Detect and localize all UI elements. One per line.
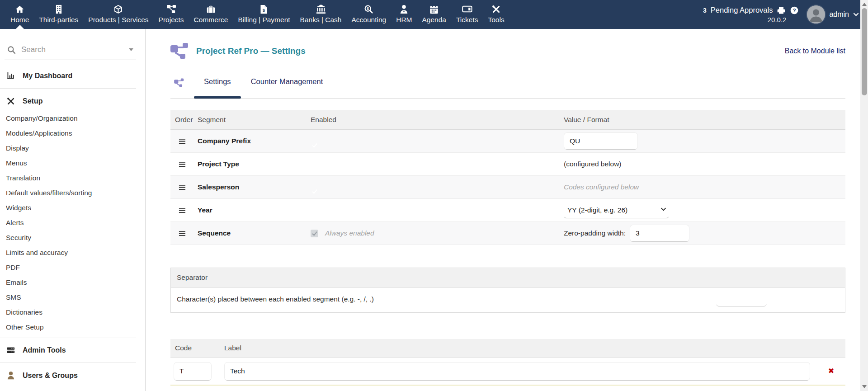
main-content: Project Ref Pro — Settings Back to Modul… bbox=[146, 29, 868, 391]
sidebar-item-users-groups[interactable]: Users & Groups bbox=[0, 366, 145, 385]
tab-settings[interactable]: Settings bbox=[194, 70, 241, 99]
separator-input[interactable] bbox=[716, 292, 767, 306]
sidebar-item-modules-applications[interactable]: Modules/Applications bbox=[0, 126, 145, 141]
sidebar-item-setup[interactable]: Setup bbox=[0, 92, 145, 111]
topnav-item-commerce[interactable]: Commerce bbox=[189, 0, 233, 29]
topnav-item-tools[interactable]: Tools bbox=[483, 0, 509, 29]
username: admin bbox=[829, 10, 849, 19]
topnav-item-third-parties[interactable]: Third-parties bbox=[34, 0, 83, 29]
main-menu: Home Third-parties Products | Services P… bbox=[5, 0, 509, 29]
label-input[interactable] bbox=[224, 362, 810, 381]
sidebar-item-admin-tools[interactable]: Admin Tools bbox=[0, 341, 145, 359]
drag-handle-icon[interactable] bbox=[179, 138, 198, 144]
user-menu[interactable]: admin bbox=[807, 5, 859, 24]
search-icon bbox=[7, 46, 16, 54]
tab-counter-management[interactable]: Counter Management bbox=[241, 70, 333, 99]
sidebar-item-translation[interactable]: Translation bbox=[0, 170, 145, 185]
vertical-scrollbar[interactable] bbox=[860, 0, 868, 391]
module-icon bbox=[170, 42, 189, 59]
chevron-down-icon bbox=[853, 12, 859, 17]
sidebar-item-widgets[interactable]: Widgets bbox=[0, 200, 145, 215]
module-tab-icon bbox=[174, 78, 184, 87]
sidebar-item-dictionaries[interactable]: Dictionaries bbox=[0, 305, 145, 320]
sidebar-item-limits-accuracy[interactable]: Limits and accuracy bbox=[0, 245, 145, 260]
topnav-item-agenda[interactable]: Agenda bbox=[417, 0, 451, 29]
search-caret-icon[interactable] bbox=[129, 48, 133, 51]
setup-menu: Company/Organization Modules/Application… bbox=[0, 111, 145, 334]
sidebar-item-alerts[interactable]: Alerts bbox=[0, 215, 145, 230]
sidebar-item-display[interactable]: Display bbox=[0, 141, 145, 155]
topnav-item-tickets[interactable]: Tickets bbox=[451, 0, 483, 29]
divider bbox=[0, 338, 136, 338]
zero-padding-input[interactable] bbox=[630, 225, 689, 242]
pending-approvals-link[interactable]: Pending Approvals bbox=[711, 6, 773, 14]
printer-icon[interactable] bbox=[777, 6, 786, 15]
always-enabled-note: Always enabled bbox=[325, 229, 374, 237]
table-row-salesperson: Salesperson Codes configured below bbox=[170, 176, 845, 199]
sidebar-item-emails[interactable]: Emails bbox=[0, 275, 145, 290]
sidebar-item-menus[interactable]: Menus bbox=[0, 155, 145, 170]
segments-table-header: Order Segment Enabled Value / Format bbox=[170, 110, 845, 130]
topnav-label: Banks | Cash bbox=[300, 16, 342, 24]
value-note: (configured below) bbox=[564, 160, 622, 168]
top-navbar: Home Third-parties Products | Services P… bbox=[0, 0, 868, 29]
drag-handle-icon[interactable] bbox=[179, 184, 198, 190]
delete-row-icon[interactable]: ✖ bbox=[817, 367, 845, 375]
sidebar-item-company-organization[interactable]: Company/Organization bbox=[0, 111, 145, 126]
topnav-label: Tickets bbox=[456, 16, 478, 24]
table-row-company-prefix: Company Prefix bbox=[170, 130, 845, 153]
sidebar-item-sms[interactable]: SMS bbox=[0, 290, 145, 305]
topnav-item-home[interactable]: Home bbox=[5, 0, 34, 29]
topnav-item-billing-payment[interactable]: $ Billing | Payment bbox=[233, 0, 295, 29]
user-icon bbox=[6, 371, 16, 380]
segment-name: Company Prefix bbox=[198, 137, 311, 145]
topnav-item-banks-cash[interactable]: Banks | Cash bbox=[295, 0, 347, 29]
value-note: Codes configured below bbox=[564, 183, 639, 191]
help-icon[interactable]: ? bbox=[790, 6, 799, 15]
topnav-label: Accounting bbox=[351, 16, 386, 24]
sidebar-item-default-values[interactable]: Default values/filters/sorting bbox=[0, 185, 145, 200]
topnav-label: Tools bbox=[488, 16, 504, 24]
divider bbox=[0, 88, 136, 89]
drag-handle-icon[interactable] bbox=[179, 161, 198, 167]
scrollbar-thumb[interactable] bbox=[862, 8, 867, 95]
drag-handle-icon[interactable] bbox=[179, 207, 198, 213]
segments-table: Order Segment Enabled Value / Format Com… bbox=[170, 110, 845, 245]
separator-title: Separator bbox=[171, 268, 845, 288]
briefcase-icon bbox=[206, 4, 216, 14]
tab-bar: Settings Counter Management bbox=[170, 70, 845, 99]
scrollbar-up-arrow[interactable] bbox=[862, 3, 867, 6]
version-number: 20.0.2 bbox=[768, 16, 787, 24]
drag-handle-icon[interactable] bbox=[179, 231, 198, 236]
topnav-label: Agenda bbox=[422, 16, 446, 24]
table-row-year: Year YY (2-digit, e.g. 26) bbox=[170, 199, 845, 222]
topnav-item-accounting[interactable]: $ Accounting bbox=[346, 0, 391, 29]
calendar-icon bbox=[429, 4, 439, 14]
scrollbar-down-arrow[interactable] bbox=[862, 385, 867, 388]
segment-name: Sequence bbox=[198, 229, 311, 237]
sidebar-search bbox=[5, 42, 136, 60]
sidebar-item-my-dashboard[interactable]: My Dashboard bbox=[0, 66, 145, 85]
code-input[interactable] bbox=[174, 362, 212, 381]
svg-text:$: $ bbox=[367, 6, 369, 11]
sidebar-item-other-setup[interactable]: Other Setup bbox=[0, 320, 145, 334]
topnav-item-hrm[interactable]: HRM bbox=[391, 0, 417, 29]
svg-text:?: ? bbox=[793, 7, 796, 13]
project-diagram-icon bbox=[166, 4, 176, 14]
left-sidebar: My Dashboard Setup Company/Organization … bbox=[0, 29, 146, 391]
sidebar-label: My Dashboard bbox=[23, 72, 72, 80]
topnav-item-projects[interactable]: Projects bbox=[154, 0, 189, 29]
segment-name: Year bbox=[198, 206, 311, 214]
search-input[interactable] bbox=[21, 45, 123, 54]
page-header: Project Ref Pro — Settings Back to Modul… bbox=[170, 42, 845, 59]
year-format-select[interactable]: YY (2-digit, e.g. 26) bbox=[564, 202, 669, 218]
codes-table: Code Label ✖ bbox=[170, 339, 845, 386]
back-to-module-list-link[interactable]: Back to Module list bbox=[785, 47, 845, 55]
company-prefix-input[interactable] bbox=[564, 132, 638, 150]
sidebar-item-security[interactable]: Security bbox=[0, 230, 145, 245]
column-header-value-format: Value / Format bbox=[564, 116, 845, 124]
topnav-item-products-services[interactable]: Products | Services bbox=[83, 0, 153, 29]
sidebar-item-pdf[interactable]: PDF bbox=[0, 260, 145, 275]
column-header-enabled: Enabled bbox=[311, 116, 564, 124]
pending-approvals-count: 3 bbox=[703, 7, 707, 14]
